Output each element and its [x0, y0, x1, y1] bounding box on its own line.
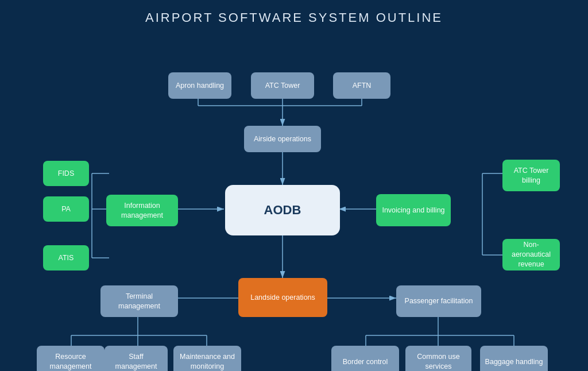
fids-node: FIDS	[43, 161, 89, 186]
baggage-handling-node: Baggage handling	[480, 346, 548, 371]
landside-operations-node: Landside operations	[238, 278, 327, 317]
invoicing-billing-node: Invoicing and billing	[376, 194, 451, 226]
atc-tower-node: ATC Tower	[251, 72, 314, 99]
non-aeronautical-node: Non-aeronautical revenue	[502, 239, 560, 270]
aodb-node: AODB	[225, 185, 340, 235]
atis-node: ATIS	[43, 245, 89, 270]
resource-management-node: Resource management	[37, 346, 105, 371]
information-management-node: Information management	[106, 195, 178, 226]
border-control-node: Border control	[331, 346, 399, 371]
diagram: Apron handling ATC Tower AFTN Airside op…	[0, 25, 588, 370]
aftn-node: AFTN	[333, 72, 390, 99]
apron-handling-node: Apron handling	[168, 72, 231, 99]
maintenance-monitoring-node: Maintenance and monitoring	[173, 346, 241, 371]
terminal-management-node: Terminal management	[100, 285, 178, 317]
common-use-services-node: Common use services	[405, 346, 471, 371]
pa-node: PA	[43, 196, 89, 222]
staff-management-node: Staff management	[105, 346, 168, 371]
atc-tower-billing-node: ATC Tower billing	[502, 160, 560, 191]
airside-operations-node: Airside operations	[244, 126, 321, 152]
page-title: AIRPORT SOFTWARE SYSTEM OUTLINE	[0, 0, 588, 25]
passenger-facilitation-node: Passenger facilitation	[396, 285, 481, 317]
